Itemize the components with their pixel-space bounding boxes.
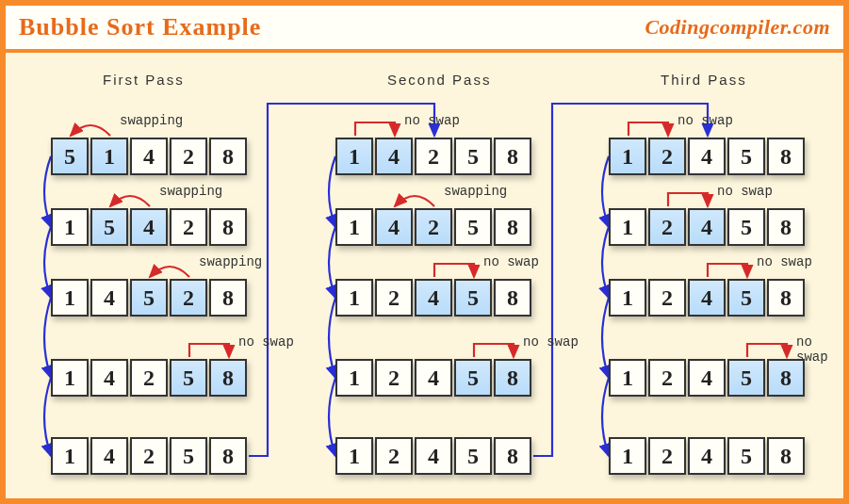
array-cell: 5 bbox=[727, 437, 765, 475]
array-cell: 4 bbox=[130, 208, 168, 246]
array-cell: 8 bbox=[209, 138, 247, 175]
diagram-frame: Bubble Sort Example Codingcompiler.com F… bbox=[0, 0, 849, 504]
array-cell: 5 bbox=[454, 138, 492, 175]
no-swap-label: no swap bbox=[404, 113, 460, 128]
array-cell: 8 bbox=[494, 359, 531, 397]
array-row: 12458 bbox=[335, 359, 531, 397]
array-cell: 2 bbox=[648, 208, 686, 246]
array-cell: 2 bbox=[375, 437, 413, 475]
array-cell: 5 bbox=[90, 208, 128, 246]
array-cell: 5 bbox=[727, 279, 765, 317]
array-cell: 8 bbox=[494, 437, 531, 475]
no-swap-label: no swap bbox=[717, 184, 773, 199]
array-cell: 1 bbox=[609, 437, 646, 475]
array-cell: 2 bbox=[415, 138, 452, 175]
array-row: 14258 bbox=[335, 208, 531, 246]
no-swap-label: no swap bbox=[483, 254, 539, 269]
array-cell: 4 bbox=[415, 359, 452, 397]
swap-label: swapping bbox=[199, 254, 262, 269]
array-row: 51428 bbox=[51, 138, 247, 175]
array-cell: 2 bbox=[170, 279, 207, 317]
no-swap-label: no swap bbox=[238, 334, 294, 350]
array-cell: 4 bbox=[688, 138, 726, 175]
array-cell: 2 bbox=[375, 359, 413, 397]
array-cell: 4 bbox=[415, 437, 452, 475]
array-row: 14258 bbox=[51, 437, 247, 475]
array-cell: 4 bbox=[375, 208, 413, 246]
array-cell: 1 bbox=[609, 279, 646, 317]
array-cell: 2 bbox=[130, 437, 168, 475]
array-cell: 2 bbox=[375, 279, 413, 317]
array-cell: 5 bbox=[454, 359, 492, 397]
body-area: First Pass51428swapping15428swapping1452… bbox=[6, 53, 843, 498]
array-cell: 2 bbox=[130, 359, 168, 397]
array-cell: 1 bbox=[609, 359, 646, 397]
array-cell: 1 bbox=[335, 279, 373, 317]
array-cell: 1 bbox=[335, 437, 373, 475]
array-cell: 1 bbox=[51, 208, 89, 246]
array-cell: 1 bbox=[51, 437, 89, 475]
page-title: Bubble Sort Example bbox=[19, 13, 261, 41]
no-swap-label: no swap bbox=[523, 334, 579, 350]
array-cell: 4 bbox=[688, 437, 726, 475]
array-cell: 8 bbox=[767, 138, 805, 175]
array-row: 12458 bbox=[609, 437, 805, 475]
swap-label: swapping bbox=[444, 184, 507, 199]
array-cell: 2 bbox=[170, 138, 207, 175]
array-cell: 5 bbox=[727, 359, 765, 397]
array-cell: 8 bbox=[494, 279, 531, 317]
no-swap-label: no swap bbox=[796, 334, 843, 365]
array-row: 12458 bbox=[335, 437, 531, 475]
array-cell: 8 bbox=[767, 359, 805, 397]
array-cell: 5 bbox=[454, 208, 492, 246]
array-row: 14258 bbox=[335, 138, 531, 175]
array-cell: 4 bbox=[90, 359, 128, 397]
header: Bubble Sort Example Codingcompiler.com bbox=[6, 6, 843, 53]
array-row: 12458 bbox=[609, 138, 805, 175]
array-cell: 2 bbox=[415, 208, 452, 246]
array-row: 14258 bbox=[51, 359, 247, 397]
array-cell: 1 bbox=[335, 138, 373, 175]
array-cell: 5 bbox=[51, 138, 89, 175]
pass-title: First Pass bbox=[103, 72, 185, 88]
swap-label: swapping bbox=[159, 184, 222, 199]
array-cell: 1 bbox=[90, 138, 128, 175]
array-cell: 2 bbox=[648, 359, 686, 397]
array-cell: 2 bbox=[170, 208, 207, 246]
array-row: 12458 bbox=[609, 359, 805, 397]
array-row: 14528 bbox=[51, 279, 247, 317]
swap-label: swapping bbox=[120, 113, 183, 128]
array-cell: 4 bbox=[375, 138, 413, 175]
array-cell: 5 bbox=[727, 208, 765, 246]
array-cell: 8 bbox=[209, 359, 247, 397]
array-cell: 8 bbox=[767, 208, 805, 246]
no-swap-label: no swap bbox=[678, 113, 733, 128]
array-cell: 4 bbox=[415, 279, 452, 317]
array-row: 12458 bbox=[335, 279, 531, 317]
array-cell: 1 bbox=[51, 279, 89, 317]
array-cell: 4 bbox=[688, 279, 726, 317]
array-cell: 5 bbox=[454, 437, 492, 475]
array-cell: 8 bbox=[494, 208, 531, 246]
pass-title: Second Pass bbox=[387, 72, 491, 88]
array-cell: 1 bbox=[51, 359, 89, 397]
pass-title: Third Pass bbox=[661, 72, 747, 88]
array-cell: 2 bbox=[648, 279, 686, 317]
array-cell: 8 bbox=[209, 437, 247, 475]
array-cell: 4 bbox=[688, 208, 726, 246]
array-cell: 2 bbox=[648, 138, 686, 175]
array-cell: 5 bbox=[170, 359, 207, 397]
array-cell: 1 bbox=[609, 208, 646, 246]
array-cell: 8 bbox=[767, 279, 805, 317]
site-credit: Codingcompiler.com bbox=[645, 15, 830, 40]
array-cell: 1 bbox=[335, 208, 373, 246]
array-cell: 4 bbox=[688, 359, 726, 397]
array-cell: 2 bbox=[648, 437, 686, 475]
array-cell: 4 bbox=[90, 279, 128, 317]
array-cell: 8 bbox=[767, 437, 805, 475]
array-cell: 4 bbox=[130, 138, 168, 175]
array-row: 12458 bbox=[609, 279, 805, 317]
array-cell: 5 bbox=[170, 437, 207, 475]
array-cell: 8 bbox=[209, 208, 247, 246]
array-cell: 1 bbox=[335, 359, 373, 397]
